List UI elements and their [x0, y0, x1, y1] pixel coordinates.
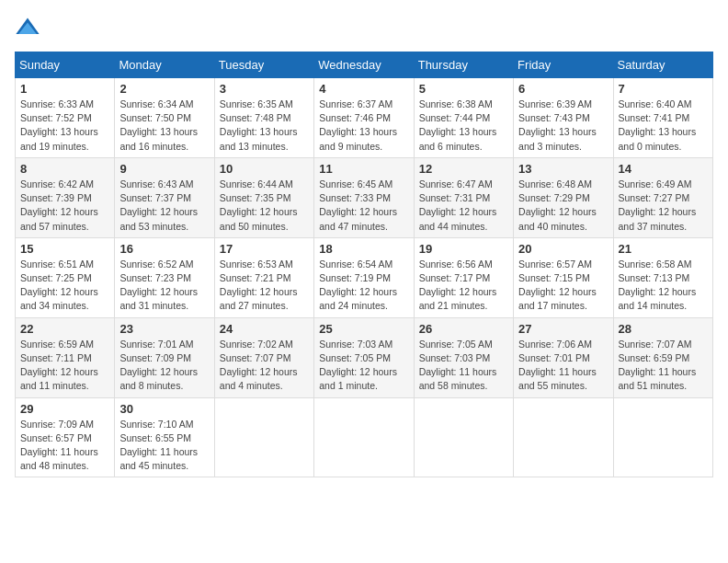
calendar-week-row: 22 Sunrise: 6:59 AM Sunset: 7:11 PM Dayl…	[16, 317, 713, 397]
calendar-cell: 8 Sunrise: 6:42 AM Sunset: 7:39 PM Dayli…	[16, 157, 115, 237]
calendar-cell: 12 Sunrise: 6:47 AM Sunset: 7:31 PM Dayl…	[414, 157, 513, 237]
day-number: 22	[20, 322, 109, 336]
calendar-cell: 30 Sunrise: 7:10 AM Sunset: 6:55 PM Dayl…	[115, 397, 214, 477]
day-number: 9	[119, 162, 209, 176]
day-number: 11	[319, 162, 408, 176]
day-number: 15	[20, 242, 109, 256]
day-number: 17	[220, 242, 309, 256]
day-detail: Sunrise: 7:06 AM Sunset: 7:01 PM Dayligh…	[518, 338, 608, 394]
calendar-cell: 2 Sunrise: 6:34 AM Sunset: 7:50 PM Dayli…	[115, 78, 214, 158]
day-number: 6	[518, 82, 608, 96]
day-detail: Sunrise: 6:47 AM Sunset: 7:31 PM Dayligh…	[419, 178, 508, 234]
day-number: 30	[119, 402, 209, 416]
calendar-cell: 5 Sunrise: 6:38 AM Sunset: 7:44 PM Dayli…	[414, 78, 513, 158]
calendar-header-thursday: Thursday	[414, 52, 513, 78]
calendar-cell: 7 Sunrise: 6:40 AM Sunset: 7:41 PM Dayli…	[613, 78, 712, 158]
day-detail: Sunrise: 6:44 AM Sunset: 7:35 PM Dayligh…	[220, 178, 309, 234]
calendar-week-row: 8 Sunrise: 6:42 AM Sunset: 7:39 PM Dayli…	[16, 157, 713, 237]
day-number: 12	[419, 162, 508, 176]
calendar-cell	[414, 397, 513, 477]
calendar-cell: 15 Sunrise: 6:51 AM Sunset: 7:25 PM Dayl…	[16, 237, 115, 317]
calendar-cell: 26 Sunrise: 7:05 AM Sunset: 7:03 PM Dayl…	[414, 317, 513, 397]
calendar-header-row: SundayMondayTuesdayWednesdayThursdayFrid…	[16, 52, 713, 78]
day-detail: Sunrise: 6:38 AM Sunset: 7:44 PM Dayligh…	[419, 98, 508, 154]
calendar-header-sunday: Sunday	[16, 52, 115, 78]
day-detail: Sunrise: 6:43 AM Sunset: 7:37 PM Dayligh…	[119, 178, 209, 234]
calendar-cell: 24 Sunrise: 7:02 AM Sunset: 7:07 PM Dayl…	[214, 317, 313, 397]
calendar-cell: 14 Sunrise: 6:49 AM Sunset: 7:27 PM Dayl…	[613, 157, 712, 237]
calendar-cell: 10 Sunrise: 6:44 AM Sunset: 7:35 PM Dayl…	[214, 157, 313, 237]
calendar-week-row: 1 Sunrise: 6:33 AM Sunset: 7:52 PM Dayli…	[16, 78, 713, 158]
day-number: 20	[518, 242, 608, 256]
day-number: 3	[220, 82, 309, 96]
day-number: 16	[119, 242, 209, 256]
day-number: 18	[319, 242, 408, 256]
day-detail: Sunrise: 6:35 AM Sunset: 7:48 PM Dayligh…	[220, 98, 309, 154]
calendar-cell: 28 Sunrise: 7:07 AM Sunset: 6:59 PM Dayl…	[613, 317, 712, 397]
day-detail: Sunrise: 7:02 AM Sunset: 7:07 PM Dayligh…	[220, 338, 309, 394]
day-detail: Sunrise: 6:51 AM Sunset: 7:25 PM Dayligh…	[20, 258, 109, 314]
day-number: 23	[119, 322, 209, 336]
calendar-cell: 18 Sunrise: 6:54 AM Sunset: 7:19 PM Dayl…	[314, 237, 414, 317]
calendar-header-saturday: Saturday	[613, 52, 712, 78]
calendar-week-row: 29 Sunrise: 7:09 AM Sunset: 6:57 PM Dayl…	[16, 397, 713, 477]
logo	[15, 15, 44, 40]
calendar-cell	[613, 397, 712, 477]
calendar-cell: 6 Sunrise: 6:39 AM Sunset: 7:43 PM Dayli…	[514, 78, 613, 158]
day-number: 14	[619, 162, 708, 176]
calendar-cell: 11 Sunrise: 6:45 AM Sunset: 7:33 PM Dayl…	[314, 157, 414, 237]
calendar-cell: 25 Sunrise: 7:03 AM Sunset: 7:05 PM Dayl…	[314, 317, 414, 397]
calendar-cell: 23 Sunrise: 7:01 AM Sunset: 7:09 PM Dayl…	[115, 317, 214, 397]
day-detail: Sunrise: 6:52 AM Sunset: 7:23 PM Dayligh…	[119, 258, 209, 314]
calendar-cell	[314, 397, 414, 477]
day-detail: Sunrise: 6:34 AM Sunset: 7:50 PM Dayligh…	[119, 98, 209, 154]
calendar-week-row: 15 Sunrise: 6:51 AM Sunset: 7:25 PM Dayl…	[16, 237, 713, 317]
day-detail: Sunrise: 6:33 AM Sunset: 7:52 PM Dayligh…	[20, 98, 109, 154]
day-number: 21	[619, 242, 708, 256]
day-number: 19	[419, 242, 508, 256]
day-number: 10	[220, 162, 309, 176]
calendar-header-monday: Monday	[115, 52, 214, 78]
day-number: 8	[20, 162, 109, 176]
calendar-header-tuesday: Tuesday	[214, 52, 313, 78]
page-header	[15, 15, 713, 40]
day-number: 2	[119, 82, 209, 96]
calendar-cell: 20 Sunrise: 6:57 AM Sunset: 7:15 PM Dayl…	[514, 237, 613, 317]
day-detail: Sunrise: 7:03 AM Sunset: 7:05 PM Dayligh…	[319, 338, 408, 394]
day-number: 29	[20, 402, 109, 416]
day-detail: Sunrise: 7:09 AM Sunset: 6:57 PM Dayligh…	[20, 418, 109, 474]
day-detail: Sunrise: 6:40 AM Sunset: 7:41 PM Dayligh…	[619, 98, 708, 154]
day-detail: Sunrise: 6:59 AM Sunset: 7:11 PM Dayligh…	[20, 338, 109, 394]
day-detail: Sunrise: 7:01 AM Sunset: 7:09 PM Dayligh…	[119, 338, 209, 394]
calendar-cell: 4 Sunrise: 6:37 AM Sunset: 7:46 PM Dayli…	[314, 78, 414, 158]
day-number: 4	[319, 82, 408, 96]
day-detail: Sunrise: 6:45 AM Sunset: 7:33 PM Dayligh…	[319, 178, 408, 234]
calendar-cell: 21 Sunrise: 6:58 AM Sunset: 7:13 PM Dayl…	[613, 237, 712, 317]
day-number: 1	[20, 82, 109, 96]
day-detail: Sunrise: 6:53 AM Sunset: 7:21 PM Dayligh…	[220, 258, 309, 314]
day-detail: Sunrise: 6:49 AM Sunset: 7:27 PM Dayligh…	[619, 178, 708, 234]
day-detail: Sunrise: 7:05 AM Sunset: 7:03 PM Dayligh…	[419, 338, 508, 394]
calendar-cell: 22 Sunrise: 6:59 AM Sunset: 7:11 PM Dayl…	[16, 317, 115, 397]
calendar-cell	[514, 397, 613, 477]
day-detail: Sunrise: 6:56 AM Sunset: 7:17 PM Dayligh…	[419, 258, 508, 314]
day-number: 7	[619, 82, 708, 96]
calendar-cell: 16 Sunrise: 6:52 AM Sunset: 7:23 PM Dayl…	[115, 237, 214, 317]
calendar-cell: 3 Sunrise: 6:35 AM Sunset: 7:48 PM Dayli…	[214, 78, 313, 158]
calendar-cell	[214, 397, 313, 477]
day-detail: Sunrise: 6:37 AM Sunset: 7:46 PM Dayligh…	[319, 98, 408, 154]
calendar-cell: 17 Sunrise: 6:53 AM Sunset: 7:21 PM Dayl…	[214, 237, 313, 317]
day-detail: Sunrise: 7:07 AM Sunset: 6:59 PM Dayligh…	[619, 338, 708, 394]
day-detail: Sunrise: 6:54 AM Sunset: 7:19 PM Dayligh…	[319, 258, 408, 314]
calendar-cell: 1 Sunrise: 6:33 AM Sunset: 7:52 PM Dayli…	[16, 78, 115, 158]
calendar-cell: 27 Sunrise: 7:06 AM Sunset: 7:01 PM Dayl…	[514, 317, 613, 397]
day-number: 27	[518, 322, 608, 336]
day-detail: Sunrise: 6:58 AM Sunset: 7:13 PM Dayligh…	[619, 258, 708, 314]
logo-icon	[15, 15, 40, 40]
day-detail: Sunrise: 6:48 AM Sunset: 7:29 PM Dayligh…	[518, 178, 608, 234]
calendar-cell: 19 Sunrise: 6:56 AM Sunset: 7:17 PM Dayl…	[414, 237, 513, 317]
day-number: 28	[619, 322, 708, 336]
day-detail: Sunrise: 6:42 AM Sunset: 7:39 PM Dayligh…	[20, 178, 109, 234]
day-number: 26	[419, 322, 508, 336]
day-number: 24	[220, 322, 309, 336]
